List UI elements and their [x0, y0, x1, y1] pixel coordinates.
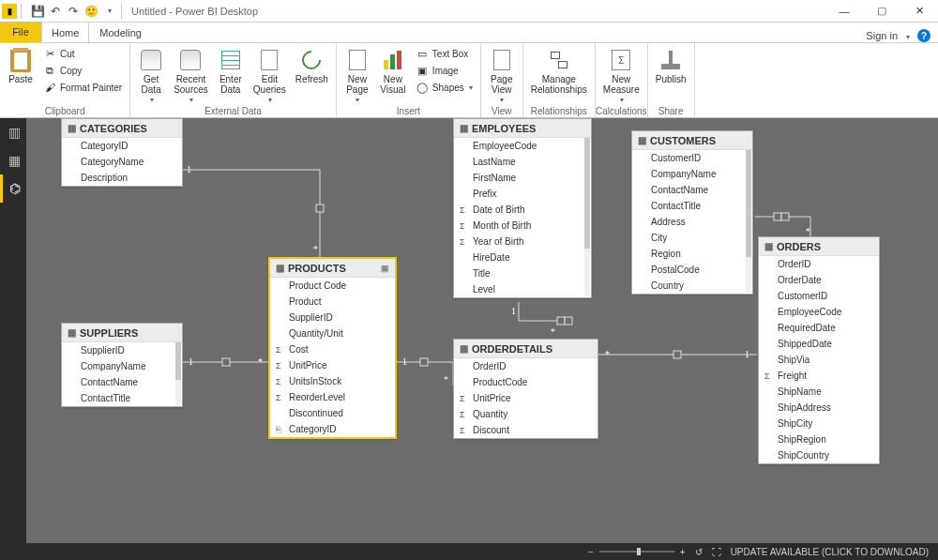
file-tab[interactable]: File [0, 22, 41, 42]
field-row[interactable]: RequiredDate [759, 320, 879, 336]
field-row[interactable]: HireDate [454, 250, 591, 265]
cut-button[interactable]: ✂Cut [39, 45, 126, 62]
field-row[interactable]: FirstName [454, 170, 591, 186]
modeling-tab[interactable]: Modeling [89, 22, 152, 42]
feedback-button[interactable]: 🙂 [83, 3, 99, 20]
page-view-button[interactable]: PageView [485, 45, 519, 104]
field-row[interactable]: ShipName [759, 384, 879, 400]
data-view-button[interactable]: ▦ [0, 146, 26, 174]
field-row[interactable]: ShipRegion [759, 431, 879, 447]
new-page-button[interactable]: NewPage [340, 45, 374, 104]
field-row[interactable]: ⎘CategoryID [270, 421, 395, 437]
scrollbar[interactable] [584, 138, 590, 296]
scrollbar[interactable] [746, 150, 751, 293]
recent-sources-button[interactable]: RecentSources [170, 45, 212, 104]
field-row[interactable]: ΣMonth of Birth [454, 218, 591, 234]
field-row[interactable]: ContactTitle [62, 390, 182, 406]
field-row[interactable]: ΣReorderLevel [270, 389, 395, 405]
model-canvas[interactable]: 1 * 1 * 1 * 1 * 1 * 1 [26, 118, 938, 543]
field-row[interactable]: Title [454, 265, 591, 281]
field-row[interactable]: ΣDate of Birth [454, 202, 591, 218]
publish-button[interactable]: Publish [652, 45, 690, 84]
edit-queries-button[interactable]: EditQueries [250, 45, 290, 104]
field-row[interactable]: ΣUnitPrice [454, 390, 598, 406]
scrollbar[interactable] [175, 342, 181, 405]
field-row[interactable]: ΣUnitPrice [270, 357, 395, 373]
field-row[interactable]: CategoryName [62, 154, 182, 170]
field-row[interactable]: ΣUnitsInStock [270, 373, 395, 389]
paste-button[interactable]: Paste [4, 45, 38, 84]
field-row[interactable]: ShipCity [759, 416, 879, 431]
fit-to-page-icon[interactable]: ⛶ [712, 547, 721, 557]
field-row[interactable]: ΣCost [270, 341, 395, 357]
field-row[interactable]: Product Code [270, 278, 395, 294]
save-button[interactable]: 💾 [29, 3, 46, 20]
field-row[interactable]: ΣFreight [759, 368, 879, 384]
field-row[interactable]: PostalCode [632, 262, 752, 278]
field-row[interactable]: ProductCode [454, 374, 598, 390]
close-button[interactable]: ✕ [900, 0, 938, 23]
field-row[interactable]: OrderDate [759, 272, 879, 288]
field-row[interactable]: CompanyName [632, 166, 752, 182]
table-suppliers[interactable]: ▦SUPPLIERS SupplierIDCompanyNameContactN… [61, 323, 183, 407]
undo-button[interactable]: ↶ [47, 3, 64, 20]
field-row[interactable]: Address [632, 214, 752, 230]
field-row[interactable]: ShipVia [759, 352, 879, 368]
field-row[interactable]: ΣQuantity [454, 406, 598, 422]
sign-in-link[interactable]: Sign in [866, 30, 898, 41]
field-row[interactable]: Level [454, 281, 591, 297]
field-row[interactable]: EmployeeCode [454, 138, 591, 154]
field-row[interactable]: Product [270, 294, 395, 310]
table-orders[interactable]: ▦ORDERS OrderIDOrderDateCustomerIDEmploy… [758, 236, 880, 464]
table-orderdetails[interactable]: ▦ORDERDETAILS OrderIDProductCodeΣUnitPri… [453, 339, 598, 439]
field-row[interactable]: CustomerID [632, 150, 752, 166]
field-row[interactable]: ContactName [62, 374, 182, 390]
model-view-button[interactable]: ⌬ [0, 174, 26, 203]
help-icon[interactable]: ? [917, 29, 930, 42]
new-visual-button[interactable]: NewVisual [376, 45, 410, 95]
table-employees[interactable]: ▦EMPLOYEES EmployeeCodeLastNameFirstName… [453, 118, 592, 298]
redo-button[interactable]: ↷ [65, 3, 82, 20]
report-view-button[interactable]: ▥ [0, 118, 26, 146]
field-row[interactable]: ContactName [632, 182, 752, 198]
refresh-button[interactable]: Refresh [292, 45, 332, 84]
field-row[interactable]: EmployeeCode [759, 304, 879, 320]
field-row[interactable]: OrderID [759, 256, 879, 272]
qat-dropdown[interactable] [100, 3, 117, 20]
enter-data-button[interactable]: EnterData [214, 45, 248, 95]
field-row[interactable]: CustomerID [759, 288, 879, 304]
field-row[interactable]: Prefix [454, 186, 591, 202]
format-painter-button[interactable]: 🖌Format Painter [39, 79, 126, 96]
field-row[interactable]: SupplierID [270, 310, 395, 325]
maximize-button[interactable]: ▢ [863, 0, 900, 23]
field-row[interactable]: CategoryID [62, 138, 182, 154]
text-box-button[interactable]: ▭Text Box [412, 45, 477, 62]
get-data-button[interactable]: GetData [134, 45, 168, 104]
field-row[interactable]: Discontinued [270, 405, 395, 421]
field-row[interactable]: CompanyName [62, 358, 182, 374]
field-row[interactable]: ShipCountry [759, 447, 879, 463]
manage-relationships-button[interactable]: ManageRelationships [527, 45, 591, 95]
zoom-out-icon[interactable]: − [588, 547, 594, 557]
shapes-button[interactable]: ◯Shapes [412, 79, 477, 96]
zoom-in-icon[interactable]: + [680, 547, 686, 557]
new-measure-button[interactable]: NewMeasure [599, 45, 643, 104]
table-products[interactable]: ▦PRODUCTS▣ Product CodeProductSupplierID… [268, 257, 397, 439]
table-customers[interactable]: ▦CUSTOMERS CustomerIDCompanyNameContactN… [631, 130, 753, 295]
zoom-slider[interactable]: − + [588, 547, 686, 557]
field-row[interactable]: Description [62, 170, 182, 186]
field-row[interactable]: ShipAddress [759, 400, 879, 416]
sign-in-dropdown[interactable] [905, 30, 910, 41]
minimize-button[interactable]: — [825, 0, 863, 23]
field-row[interactable]: ContactTitle [632, 198, 752, 214]
field-row[interactable]: ΣDiscount [454, 422, 598, 438]
table-categories[interactable]: ▦CATEGORIES CategoryIDCategoryNameDescri… [61, 118, 183, 187]
field-row[interactable]: Region [632, 246, 752, 262]
field-row[interactable]: SupplierID [62, 342, 182, 358]
field-row[interactable]: City [632, 230, 752, 246]
home-tab[interactable]: Home [41, 22, 89, 42]
copy-button[interactable]: ⧉Copy [39, 62, 126, 79]
field-row[interactable]: LastName [454, 154, 591, 170]
image-button[interactable]: ▣Image [412, 62, 477, 79]
field-row[interactable]: Quantity/Unit [270, 325, 395, 341]
